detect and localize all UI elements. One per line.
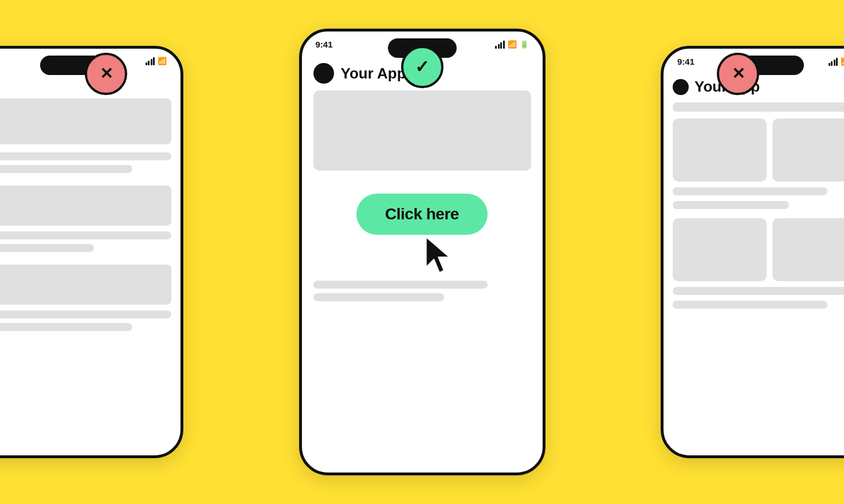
cursor-wrap: [313, 235, 531, 275]
left-line-6: [0, 323, 132, 331]
left-line-3: [0, 231, 171, 239]
signal-icon-center: [495, 41, 505, 49]
wifi-icon-right: 📶: [841, 57, 844, 66]
left-block-1: [0, 99, 171, 144]
left-line-2: [0, 165, 132, 173]
left-block-3: [0, 265, 171, 305]
x-icon-left: ✕: [100, 66, 113, 82]
battery-icon-center: 🔋: [520, 40, 529, 49]
click-btn-wrap: Click here: [313, 182, 531, 241]
right-line-4: [673, 301, 827, 309]
right-line-top: [673, 103, 844, 112]
right-line-2: [673, 201, 789, 209]
left-block-2: [0, 186, 171, 226]
badge-x-left: ✕: [85, 53, 127, 95]
badge-x-right: ✕: [717, 53, 759, 95]
phone-right: 9:41 📶 🔋 Your App: [661, 46, 844, 458]
phone-left: 📶 pp: [0, 46, 183, 458]
cursor-icon: [422, 235, 457, 275]
center-app-dot: [313, 63, 334, 84]
status-icons-right: 📶 🔋: [829, 57, 845, 66]
phone-center: 9:41 📶 🔋 Your App Click here: [299, 29, 545, 475]
status-time-center: 9:41: [316, 40, 333, 49]
right-line-3: [673, 287, 844, 295]
left-content: [0, 99, 180, 331]
left-line-1: [0, 152, 171, 160]
right-block-2a: [673, 218, 767, 281]
left-line-4: [0, 244, 94, 252]
center-block-main: [313, 90, 531, 171]
wifi-icon-center: 📶: [508, 40, 517, 49]
center-line-1: [313, 281, 488, 289]
scene: 📶 pp 9:41: [0, 0, 844, 504]
right-block-row-1: [673, 119, 844, 182]
right-block-2b: [772, 218, 844, 281]
status-icons-left: 📶: [146, 57, 167, 65]
wifi-icon-left: 📶: [158, 57, 167, 65]
signal-icon-right: [829, 58, 838, 66]
right-app-dot: [673, 79, 689, 95]
right-block-1a: [673, 119, 767, 182]
right-content: [664, 103, 844, 309]
right-block-1b: [772, 119, 844, 182]
center-content: Click here: [302, 90, 543, 301]
status-time-right: 9:41: [677, 57, 694, 66]
x-icon-right: ✕: [732, 66, 745, 82]
badge-check-center: ✓: [401, 46, 443, 88]
left-line-5: [0, 310, 171, 318]
signal-icon-left: [146, 57, 155, 65]
center-line-2: [313, 293, 444, 301]
center-app-title: Your App: [341, 65, 406, 82]
right-line-1: [673, 187, 827, 195]
right-block-row-2: [673, 218, 844, 281]
status-icons-center: 📶 🔋: [495, 40, 529, 49]
check-icon-center: ✓: [415, 58, 429, 76]
click-here-button[interactable]: Click here: [356, 194, 488, 235]
